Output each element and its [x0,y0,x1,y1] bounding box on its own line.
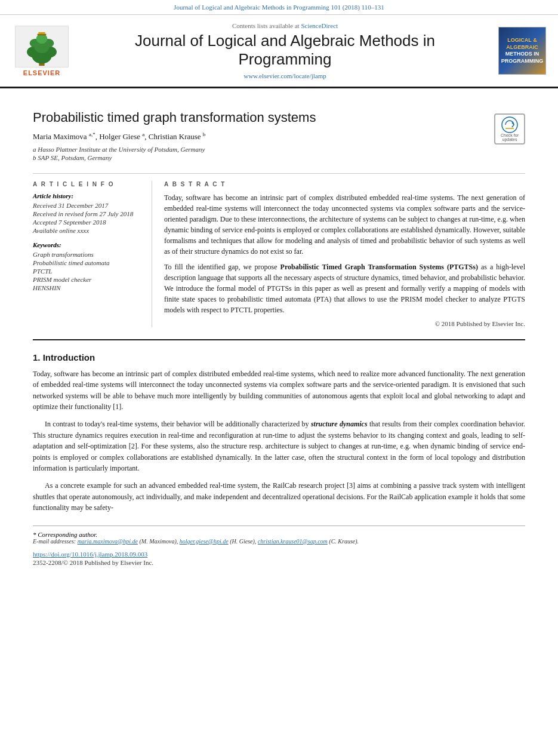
paper-title: Probabilistic timed graph transformation… [33,110,525,125]
keyword-2: Probabilistic timed automata [33,259,143,266]
affiliation-a: a Hasso Plattner Institute at the Univer… [33,146,525,153]
intro-paragraph-3: As a concrete example for such an advanc… [33,480,525,514]
footnote-area: * Corresponding author. E-mail addresses… [33,525,525,566]
received-date: Received 31 December 2017 [33,202,143,209]
footnote-corresponding: * Corresponding author. [33,531,525,538]
journal-reference-text: Journal of Logical and Algebraic Methods… [174,4,384,11]
authors-line: Maria Maximova a,*, Holger Giese a, Chri… [33,131,525,142]
check-updates-label: Check forupdates [501,133,519,142]
keyword-4: PRISM model checker [33,276,143,283]
email-link-2[interactable]: holger.giese@hpi.de [180,538,229,545]
email-link-1[interactable]: maria.maximova@hpi.de [78,538,138,545]
article-history-label: Article history: [33,192,143,199]
abstract-paragraph-2: To fill the identified gap, we propose P… [164,262,525,315]
keywords-label: Keywords: [33,241,143,248]
footnote-emails: E-mail addresses: maria.maximova@hpi.de … [33,538,525,545]
affiliations: a Hasso Plattner Institute at the Univer… [33,146,525,161]
accepted-date: Accepted 7 September 2018 [33,219,143,226]
elsevier-brand-name: ELSEVIER [23,69,60,76]
email-name-1: (M. Maximova), [140,538,178,545]
journal-header: ELSEVIER Contents lists available at Sci… [0,15,558,88]
abstract-column: A B S T R A C T Today, software has beco… [164,181,525,327]
article-info-abstract-section: A R T I C L E I N F O Article history: R… [33,173,525,327]
journal-cover-image: LOGICAL & ALGEBRAIC METHODS IN PROGRAMMI… [498,27,546,75]
introduction-text: Today, software has become an intrinsic … [33,368,525,514]
section-divider [33,339,525,340]
issn-line: 2352-2208/© 2018 Published by Elsevier I… [33,559,525,566]
doi-link[interactable]: https://doi.org/10.1016/j.jlamp.2018.09.… [33,551,525,558]
svg-rect-9 [38,32,45,34]
affil-super-star: ,* [91,131,95,137]
abstract-text: Today, software has become an intrinsic … [164,192,525,315]
check-updates-icon [501,116,518,133]
article-info-column: A R T I C L E I N F O Article history: R… [33,181,152,327]
introduction-heading: 1. Introduction [33,352,525,362]
copyright-line: © 2018 Published by Elsevier Inc. [164,320,525,327]
intro-paragraph-2: In contrast to today's real-time systems… [33,419,525,474]
abstract-paragraph-1: Today, software has become an intrinsic … [164,192,525,257]
email-name-2: (H. Giese), [230,538,256,545]
journal-url[interactable]: www.elsevier.com/locate/jlamp [78,72,492,79]
intro-paragraph-1: Today, software has become an intrinsic … [33,368,525,413]
contents-available-line: Contents lists available at ScienceDirec… [78,22,492,29]
keyword-5: HENSHIN [33,284,143,291]
article-info-label: A R T I C L E I N F O [33,181,143,188]
affil-super-a2: a [142,131,144,137]
svg-point-10 [502,117,517,133]
keyword-3: PTCTL [33,268,143,275]
keyword-1: Graph transformations [33,251,143,258]
journal-reference-bar: Journal of Logical and Algebraic Methods… [0,0,558,15]
abstract-label: A B S T R A C T [164,181,525,188]
sciencedirect-link[interactable]: ScienceDirect [301,22,338,29]
received-revised-date: Received in revised form 27 July 2018 [33,210,143,217]
elsevier-logo-image [15,26,69,67]
svg-rect-8 [38,33,47,35]
journal-title: Journal of Logical and Algebraic Methods… [78,32,492,69]
journal-cover-text: LOGICAL & ALGEBRAIC METHODS IN PROGRAMMI… [499,35,546,67]
main-content: Probabilistic timed graph transformation… [0,88,558,577]
doi-section: https://doi.org/10.1016/j.jlamp.2018.09.… [33,551,525,566]
affiliation-b: b SAP SE, Potsdam, Germany [33,154,525,161]
available-online: Available online xxxx [33,227,143,234]
check-updates-badge: Check forupdates [494,113,525,145]
email-link-3[interactable]: christian.krause01@sap.com [258,538,328,545]
affil-super-b: b [203,131,206,137]
journal-title-area: Contents lists available at ScienceDirec… [78,22,492,79]
elsevier-logo: ELSEVIER [12,26,72,76]
email-name-3: (C. Krause). [329,538,359,545]
